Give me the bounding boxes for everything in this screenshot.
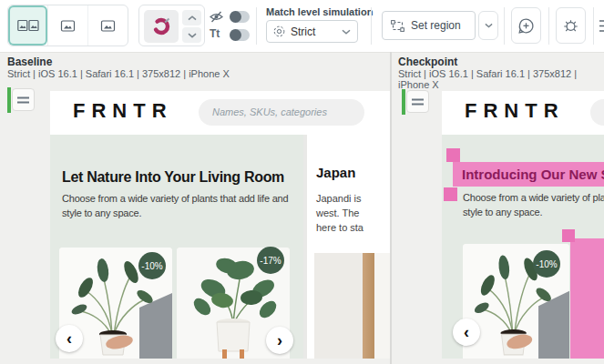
chevron-up-icon bbox=[188, 15, 197, 21]
search-input: Names, SKUs, categories bbox=[199, 99, 364, 126]
toolbar-divider bbox=[548, 7, 549, 45]
app-window: Tt Match level simulation Strict Set reg… bbox=[0, 0, 604, 364]
hamburger-icon bbox=[412, 98, 424, 106]
add-comment-button[interactable] bbox=[511, 7, 541, 44]
toolbar-divider bbox=[504, 7, 505, 45]
prev-diff-button[interactable] bbox=[182, 10, 201, 25]
diff-marker bbox=[446, 148, 460, 162]
diff-marker bbox=[562, 229, 575, 242]
toggle-knob bbox=[230, 29, 241, 41]
site-logo: FRNTR bbox=[465, 99, 565, 123]
hero-body-line2: style to any space. bbox=[62, 207, 141, 218]
checkpoint-screenshot-image: FRNTR Names, SKUs, categories Introducin… bbox=[442, 91, 604, 359]
applitools-logo-icon bbox=[150, 15, 172, 37]
hide-diffs-icon bbox=[209, 10, 224, 24]
view-checkpoint-button[interactable] bbox=[87, 5, 128, 46]
chevron-down-icon bbox=[188, 33, 197, 38]
hero-body-line1: Choose from a wide variety of plants tha… bbox=[62, 193, 288, 204]
diff-nav-group bbox=[138, 5, 205, 46]
set-region-label: Set region bbox=[411, 19, 461, 32]
view-mode-group bbox=[7, 5, 128, 46]
checkpoint-meta: Strict | iOS 16.1 | Safari 16.1 | 375x81… bbox=[398, 68, 604, 90]
bug-icon bbox=[562, 18, 579, 34]
baseline-title: Baseline bbox=[7, 56, 52, 68]
view-baseline-button[interactable] bbox=[47, 5, 87, 46]
match-level-label: Match level simulation bbox=[266, 6, 373, 17]
text-match-toggle[interactable] bbox=[230, 29, 250, 41]
baseline-screenshot[interactable]: FRNTR Names, SKUs, categories Let Nature… bbox=[50, 91, 390, 359]
match-level-dropdown[interactable]: Strict bbox=[266, 20, 358, 43]
site-header: FRNTR Names, SKUs, categories bbox=[50, 91, 390, 135]
carousel-prev-arrow: ‹ bbox=[56, 325, 83, 352]
set-region-button[interactable]: Set region bbox=[382, 11, 476, 40]
hero-body-line1: Choose from a wide variety of plants tha… bbox=[463, 192, 604, 203]
single-image-icon bbox=[60, 19, 76, 33]
comparison-workspace: Baseline Strict | iOS 16.1 | Safari 16.1… bbox=[0, 52, 604, 364]
diff-highlighted-heading: Introducing Our New Sale bbox=[453, 162, 604, 187]
baseline-step-indicator bbox=[7, 87, 11, 113]
side-by-side-icon bbox=[17, 18, 39, 33]
site-header: FRNTR Names, SKUs, categories bbox=[442, 91, 604, 135]
applitools-eyes-button[interactable] bbox=[144, 10, 179, 43]
discount-badge: -17% bbox=[257, 247, 284, 274]
hero-body-line2: style to any space. bbox=[463, 207, 542, 217]
hero-heading: Let Nature Into Your Living Room bbox=[62, 169, 284, 186]
checkpoint-title: Checkpoint bbox=[398, 56, 457, 68]
region-icon bbox=[391, 20, 404, 32]
carousel-prev-arrow: ‹ bbox=[453, 318, 480, 346]
hide-diffs-toggle[interactable] bbox=[230, 11, 250, 23]
slide2-line2: west. The bbox=[316, 207, 360, 218]
discount-badge: -10% bbox=[138, 252, 166, 279]
wood-photo bbox=[314, 253, 390, 359]
search-input: Names, SKUs, categories bbox=[590, 99, 604, 126]
toolbar: Tt Match level simulation Strict Set reg… bbox=[0, 0, 604, 53]
checkpoint-screenshot[interactable]: FRNTR Names, SKUs, categories Introducin… bbox=[442, 91, 604, 359]
toolbar-divider bbox=[256, 7, 257, 45]
site-logo: FRNTR bbox=[73, 99, 173, 123]
chevron-down-icon bbox=[342, 29, 351, 35]
match-level-icon bbox=[273, 25, 285, 37]
discount-badge: -10% bbox=[533, 250, 560, 278]
diff-marker bbox=[444, 187, 457, 201]
text-match-icon: Tt bbox=[210, 27, 225, 40]
japandi-slide: Japan Japandi is west. The here to sta bbox=[307, 135, 390, 359]
next-diff-button[interactable] bbox=[182, 27, 201, 43]
checkpoint-step-indicator bbox=[402, 89, 405, 115]
baseline-step-button[interactable] bbox=[12, 88, 35, 111]
more-tools-icon[interactable] bbox=[599, 19, 604, 33]
comment-add-icon bbox=[517, 17, 535, 35]
slide2-line1: Japandi is bbox=[316, 193, 362, 204]
baseline-screenshot-image: FRNTR Names, SKUs, categories Let Nature… bbox=[50, 91, 390, 359]
checkpoint-step-button[interactable] bbox=[406, 90, 429, 113]
chevron-down-icon bbox=[485, 23, 493, 28]
baseline-meta: Strict | iOS 16.1 | Safari 16.1 | 375x81… bbox=[7, 68, 230, 79]
toggle-knob bbox=[230, 11, 241, 23]
carousel-next-arrow: › bbox=[266, 327, 293, 354]
hamburger-icon bbox=[17, 96, 29, 104]
hero-slide: Let Nature Into Your Living Room Choose … bbox=[50, 135, 303, 359]
report-bug-button[interactable] bbox=[556, 7, 586, 44]
single-image-icon bbox=[100, 19, 116, 33]
hero-slide: Introducing Our New Sale Choose from a w… bbox=[442, 135, 604, 359]
toolbar-divider bbox=[593, 7, 594, 45]
toolbar-divider bbox=[371, 7, 372, 45]
panel-divider bbox=[390, 52, 392, 364]
set-region-menu-button[interactable] bbox=[478, 11, 498, 40]
match-level-value: Strict bbox=[291, 25, 342, 38]
diff-region bbox=[570, 238, 604, 359]
view-both-button[interactable] bbox=[8, 5, 47, 46]
slide2-line3: here to sta bbox=[316, 222, 363, 233]
slide2-heading: Japan bbox=[316, 165, 355, 180]
